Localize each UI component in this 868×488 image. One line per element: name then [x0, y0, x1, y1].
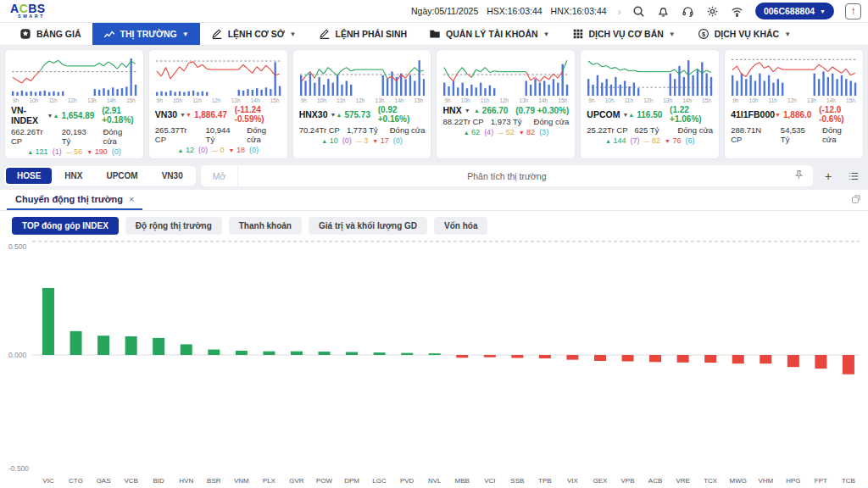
exchange-tab-hnx[interactable]: HNX — [53, 168, 93, 184]
exchange-tab-vn30[interactable]: VN30 — [151, 168, 194, 184]
x-axis-label-VRE: VRE — [676, 477, 689, 485]
bar-TCB — [843, 355, 854, 374]
session-status: Đóng cửa — [534, 117, 570, 126]
bar-BID — [153, 338, 164, 355]
tab-list-icon[interactable] — [843, 166, 864, 186]
market-movement-panel: Chuyển động thị trường × TOP đóng góp IN… — [0, 190, 868, 488]
bar-BSR — [208, 350, 220, 355]
x-axis-label-VHM: VHM — [758, 477, 773, 485]
y-axis-label: -0.500 — [8, 464, 29, 473]
tab-market-movement[interactable]: Chuyển động thị trường × — [7, 190, 142, 210]
session-status: Đóng cửa — [247, 125, 281, 144]
search-icon[interactable] — [632, 4, 646, 18]
bar-VIC — [42, 288, 54, 355]
subtab-top-ong-gop-index[interactable]: TOP đóng góp INDEX — [12, 217, 119, 235]
index-volume: 25.22Tr CP — [587, 125, 627, 135]
x-axis-label-VCI: VCI — [484, 477, 495, 485]
nav-item-lenh-co-so[interactable]: LỆNH CƠ SỞ▼ — [200, 23, 308, 45]
index-name-dropdown[interactable]: VN30▼ — [155, 109, 186, 119]
index-name-dropdown[interactable]: HNX30▼ — [299, 109, 337, 119]
folder-icon — [429, 28, 441, 40]
x-axis-label-VIX: VIX — [567, 477, 579, 485]
index-card-hnx30: 9h10h11h12h13h14h15h HNX30▼ ▲575.73 (0.9… — [292, 49, 432, 159]
index-stats: 662.26Tr CP 20,193 Tỷ Đóng cửa — [11, 127, 137, 146]
support-headset-icon[interactable] — [682, 4, 695, 18]
index-value: ▼1,886.47 (-11.24 -0.59%) — [186, 105, 281, 124]
notification-bell-icon[interactable] — [657, 4, 670, 18]
pen-icon — [211, 28, 223, 40]
x-axis-label-SSB: SSB — [510, 477, 524, 485]
popout-icon[interactable] — [851, 192, 861, 208]
chevron-right-icon[interactable]: › — [618, 5, 621, 18]
settings-gear-icon[interactable] — [706, 4, 720, 18]
bar-ACB — [649, 355, 661, 362]
index-name-dropdown[interactable]: VN-INDEX▼ — [11, 105, 53, 125]
exchange-tab-upcom[interactable]: UPCOM — [95, 168, 148, 184]
x-axis-label-BID: BID — [153, 477, 165, 485]
bar-CTG — [70, 331, 82, 355]
bar-VCI — [484, 355, 496, 358]
index-volume: 662.26Tr CP — [11, 127, 55, 146]
account-selector[interactable]: 006C688804▼ — [755, 3, 834, 19]
x-axis-label-TCB: TCB — [842, 477, 855, 485]
subtab-von-hoa[interactable]: Vốn hóa — [434, 217, 487, 235]
nav-item-dich-vu-khac[interactable]: $DỊCH VỤ KHÁC▼ — [687, 23, 802, 45]
time-axis: 9h10h11h12h13h14h15h — [11, 97, 137, 103]
x-axis-label-MWG: MWG — [730, 477, 747, 485]
contribution-bar-chart: 0.5000.000-0.500VICCTGGASVCBBIDHVNBSRVNM… — [0, 239, 868, 488]
grid-icon — [572, 28, 584, 40]
chevron-down-icon: ▼ — [820, 8, 826, 14]
time-axis: 9h10h11h12h13h14h15h — [155, 97, 281, 103]
date-label: Ngày:05/11/2025 — [411, 6, 478, 16]
index-turnover: 10,944 Tỷ — [206, 125, 241, 144]
add-tab-icon[interactable]: + — [818, 166, 838, 186]
session-status: Đóng cửa — [390, 125, 426, 135]
bar-POW — [319, 352, 331, 355]
x-axis-label-POW: POW — [316, 477, 333, 485]
time-axis: 9h10h11h12h13h14h15h — [442, 97, 569, 103]
acbs-logo: ACBS SMART — [10, 3, 46, 19]
nav-item-quan-ly-tai-khoan[interactable]: QUẢN LÝ TÀI KHOẢN▼ — [418, 23, 560, 45]
wifi-status-icon — [731, 4, 744, 18]
mini-chart — [299, 53, 426, 97]
y-axis-label: 0.000 — [8, 351, 27, 359]
breadth-counts: ▲ 62 (4) — 52 ▼ 82 (3) — [442, 128, 569, 136]
subtab-thanh-khoan[interactable]: Thanh khoản — [229, 217, 302, 235]
subtab-o-rong-thi-truong[interactable]: Độ rộng thị trường — [125, 217, 222, 235]
index-name-dropdown[interactable]: 41I1FB000▼ — [731, 109, 775, 119]
pin-icon[interactable] — [785, 169, 813, 184]
subtab-gia-tri-va-khoi-luong-gd[interactable]: Giá trị và khối lượng GD — [309, 217, 427, 235]
index-stats: 88.22Tr CP 1,973 Tỷ Đóng cửa — [442, 117, 569, 126]
x-axis-label-GEX: GEX — [593, 477, 609, 485]
nav-item-bang-gia[interactable]: BẢNG GIÁ — [8, 23, 92, 45]
star-icon — [19, 28, 31, 40]
index-cards-row: 9h10h11h12h13h14h15h VN-INDEX▼ ▲1,654.89… — [0, 46, 868, 162]
bar-VHM — [760, 355, 771, 363]
bar-FPT — [815, 355, 826, 369]
x-axis-label-CTG: CTG — [69, 477, 83, 485]
x-axis-label-GAS: GAS — [97, 477, 111, 485]
index-card-vn-index: 9h10h11h12h13h14h15h VN-INDEX▼ ▲1,654.89… — [4, 49, 144, 159]
upload-icon[interactable]: ↑ — [845, 3, 861, 19]
nav-item-lenh-phai-sinh[interactable]: LỆNH PHÁI SINH — [308, 23, 419, 45]
close-icon[interactable]: × — [129, 194, 134, 204]
mini-chart — [442, 53, 569, 97]
time-axis: 9h10h11h12h13h14h15h — [587, 97, 713, 103]
bar-VNM — [236, 351, 248, 355]
index-name-dropdown[interactable]: UPCOM▼ — [587, 109, 628, 119]
hnx-time: HNX:16:03:44 — [551, 6, 607, 16]
nav-item-thi-truong[interactable]: THỊ TRƯỜNG▼ — [92, 23, 200, 45]
bar-TPB — [539, 355, 551, 358]
index-name-dropdown[interactable]: HNX▼ — [442, 105, 470, 115]
x-axis-label-PLX: PLX — [263, 477, 276, 485]
index-stats: 25.22Tr CP 625 Tỷ Đóng cửa — [587, 125, 713, 135]
bar-GVR — [291, 352, 303, 355]
time-axis: 9h10h11h12h13h14h15h — [731, 97, 857, 103]
index-card-41i1fb000: 9h10h11h12h13h14h15h 41I1FB000▼ ▼1,886.0… — [724, 49, 864, 159]
breadth-counts: ▲ 10 (0) — 3 ▼ 17 (0) — [299, 136, 426, 145]
exchange-tab-hose[interactable]: HOSE — [6, 168, 52, 184]
nav-item-dich-vu-co-ban[interactable]: DỊCH VỤ CƠ BẢN▼ — [561, 23, 687, 45]
tab-open[interactable]: Mở — [201, 165, 239, 186]
x-axis-label-FPT: FPT — [815, 477, 827, 485]
bar-PVD — [401, 353, 413, 355]
